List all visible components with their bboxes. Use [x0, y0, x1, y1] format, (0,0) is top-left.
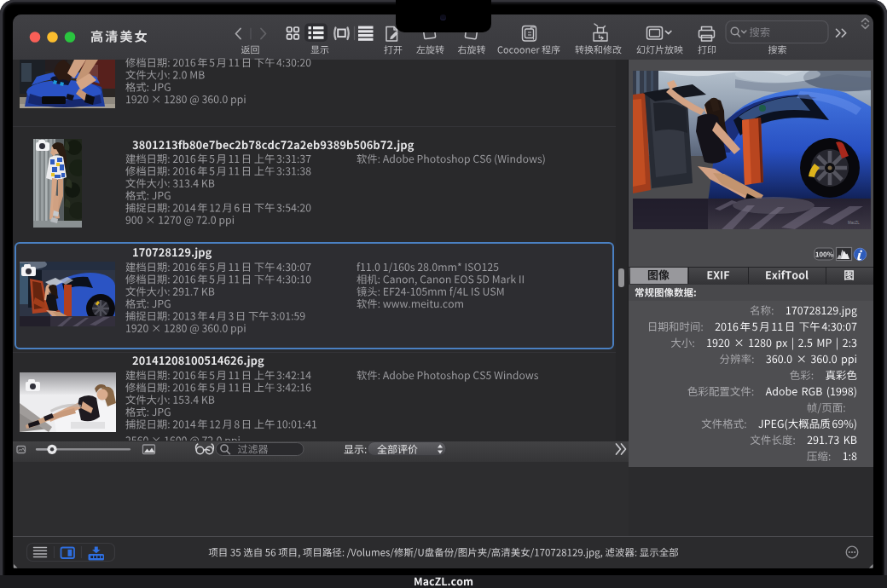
svg-text:MacZL: MacZL	[848, 221, 860, 225]
